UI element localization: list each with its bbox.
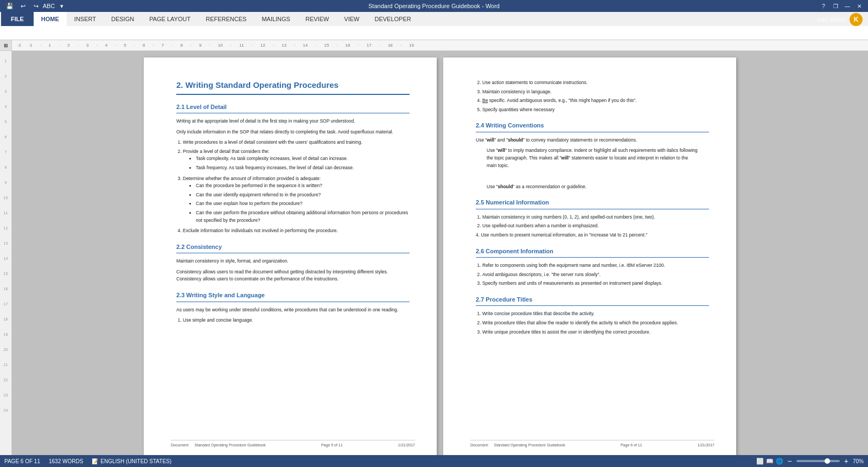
ruler-numbers: ·2 ·1 · 1 · 2 · 3 · 4 · 5 · 6 · 7 · 8 · … (12, 40, 868, 50)
tab-view[interactable]: VIEW (336, 12, 367, 26)
tab-developer[interactable]: DEVELOPER (367, 12, 418, 26)
section-2-1-intro: Writing at the appropriate level of deta… (176, 118, 410, 125)
full-reading-icon[interactable]: 📖 (766, 458, 774, 465)
web-layout-icon[interactable]: 🌐 (776, 458, 783, 465)
word-count: 1632 WORDS (49, 458, 83, 464)
section-2-6-list: Refer to components using both the equip… (476, 262, 709, 287)
spell-check-button[interactable]: ABC (43, 1, 54, 11)
tab-review[interactable]: REVIEW (298, 12, 336, 26)
status-right-area: ⬜ 📖 🌐 − + 70% (756, 457, 864, 465)
sub-bullet-list-3: Can the procedure be performed in the se… (183, 182, 410, 224)
view-buttons: ⬜ 📖 🌐 (756, 458, 783, 465)
tab-page-layout[interactable]: PAGE LAYOUT (142, 12, 198, 26)
list-item: Can the user identify equipment referred… (196, 191, 410, 199)
help-button[interactable]: ? (819, 2, 828, 10)
list-item: Can the user perform the procedure witho… (196, 209, 410, 224)
sub-bullet-list: Task complexity. As task complexity incr… (183, 155, 410, 171)
footer-doc-label: Document: (470, 443, 493, 447)
list-item: Can the procedure be performed in the se… (196, 182, 410, 190)
section-2-4: 2.4 Writing Conventions Use "will" and "… (476, 121, 709, 190)
section-2-1-title: 2.1 Level of Detail (176, 103, 410, 114)
section-2-1-para2: Only include information in the SOP that… (176, 129, 410, 136)
tab-home[interactable]: HOME (34, 12, 67, 26)
ribbon-content (0, 26, 868, 40)
footer-date: 1/21/2017 (698, 443, 714, 449)
footer-doc-info: Document: Standard Operating Procedure G… (470, 443, 565, 449)
zoom-thumb (825, 458, 830, 464)
more-button[interactable]: ▾ (56, 1, 67, 11)
footer-doc-info: Document: Standard Operating Procedure G… (171, 443, 266, 449)
language-status: 📝 ENGLISH (UNITED STATES) (92, 458, 171, 464)
zoom-in-button[interactable]: + (844, 457, 848, 465)
section-2-2-para1: Maintain consistency in style, format, a… (176, 258, 410, 265)
footer-doc-name: Standard Operating Procedure Guidebook (494, 443, 565, 447)
list-item: Specify quantities where necessary (482, 106, 709, 114)
list-item: Exclude information for individuals not … (183, 227, 410, 235)
list-item: Can the user explain how to perform the … (196, 200, 410, 208)
be-specific-text: Be (482, 98, 488, 103)
print-layout-icon[interactable]: ⬜ (756, 458, 764, 465)
page-5: 2. Writing Standard Operating Procedures… (144, 57, 437, 455)
footer-page-num: Page 6 of 11 (621, 443, 642, 449)
section-2-4-para1: Use "will" and "should" to convey mandat… (476, 137, 709, 144)
window-controls: ? ❐ — ✕ (819, 2, 864, 10)
list-item: Be specific. Avoid ambiguous words, e.g.… (482, 97, 709, 105)
vertical-ruler: 1 2 3 4 5 6 7 8 9 10 11 12 13 14 15 16 1… (0, 51, 12, 455)
section-2-3-para1: As users may be working under stressful … (176, 306, 410, 314)
section-2-2: 2.2 Consistency Maintain consistency in … (176, 242, 410, 283)
list-item: Write procedure titles that allow the re… (482, 319, 709, 327)
window-title: Standard Operating Procedure Guidebook -… (368, 3, 500, 9)
section-2-2-title: 2.2 Consistency (176, 242, 410, 254)
page-6-footer: Document: Standard Operating Procedure G… (470, 440, 714, 449)
ribbon-tab-bar: FILE HOME INSERT DESIGN PAGE LAYOUT REFE… (0, 12, 868, 26)
main-area: 1 2 3 4 5 6 7 8 9 10 11 12 13 14 15 16 1… (0, 51, 868, 455)
section-2-3-continued: Use action statements to communicate ins… (476, 79, 709, 113)
section-2-7-title: 2.7 Procedure Titles (476, 295, 709, 306)
page-status: PAGE 6 OF 11 (4, 458, 40, 464)
restore-button[interactable]: ❐ (831, 2, 840, 10)
list-item: Use spelled-out numbers when a number is… (482, 222, 709, 230)
page-info: PAGE 6 OF 11 (4, 458, 40, 464)
tab-references[interactable]: REFERENCES (198, 12, 254, 26)
quick-access-toolbar: 💾 ↩ ↪ ABC ▾ (4, 1, 67, 11)
section-2-5-title: 2.5 Numerical Information (476, 198, 709, 209)
section-2-5-list: Maintain consistency in using numbers (0… (476, 214, 709, 239)
section-2-6: 2.6 Component Information Refer to compo… (476, 247, 709, 287)
language-icon: 📝 (92, 458, 98, 464)
zoom-slider[interactable] (796, 460, 840, 462)
list-item: Determine whether the amount of informat… (183, 175, 410, 225)
page-6: Use action statements to communicate ins… (443, 57, 736, 455)
list-item: Write unique procedure titles to assist … (482, 329, 709, 336)
document-area[interactable]: 2. Writing Standard Operating Procedures… (12, 51, 868, 455)
section-2-5: 2.5 Numerical Information Maintain consi… (476, 198, 709, 239)
tab-file[interactable]: FILE (1, 12, 34, 26)
footer-doc-name: Standard Operating Procedure Guidebook (195, 443, 266, 447)
ruler-track: ·2 ·1 · 1 · 2 · 3 · 4 · 5 · 6 · 7 · 8 · … (12, 40, 868, 50)
close-button[interactable]: ✕ (855, 2, 864, 10)
tab-mailings[interactable]: MAILINGS (254, 12, 298, 26)
ruler-toggle[interactable]: ⊞ (0, 40, 12, 51)
undo-button[interactable]: ↩ (17, 1, 28, 11)
language-value: ENGLISH (UNITED STATES) (100, 458, 171, 464)
blockquote-will: Use "will" to imply mandatory compliance… (487, 147, 698, 169)
redo-button[interactable]: ↪ (30, 1, 41, 11)
section-2-1: 2.1 Level of Detail Writing at the appro… (176, 103, 410, 235)
list-item: Task frequency. As task frequency increa… (196, 164, 410, 172)
list-item: 4. Use numbers to present numerical info… (476, 232, 709, 239)
list-item: Use simple and concise language. (183, 317, 410, 324)
save-button[interactable]: 💾 (4, 1, 15, 11)
tab-design[interactable]: DESIGN (104, 12, 142, 26)
zoom-out-button[interactable]: − (788, 457, 792, 465)
zoom-level: 70% (853, 458, 864, 464)
list-item: Maintain consistency in using numbers (0… (482, 214, 709, 221)
section-2-6-title: 2.6 Component Information (476, 247, 709, 258)
list-item: Write concise procedure titles that desc… (482, 310, 709, 318)
title-bar: 💾 ↩ ↪ ABC ▾ Standard Operating Procedure… (0, 0, 868, 12)
section-2-2-para2: Consistency allows users to read the doc… (176, 268, 410, 283)
tab-insert[interactable]: INSERT (67, 12, 104, 26)
minimize-button[interactable]: — (843, 2, 852, 10)
avatar[interactable]: K (850, 13, 863, 26)
list-item: Provide a level of detail that considers… (183, 148, 410, 172)
user-area: Ivan Walsh K (817, 13, 867, 26)
list-item: Refer to components using both the equip… (482, 262, 709, 270)
